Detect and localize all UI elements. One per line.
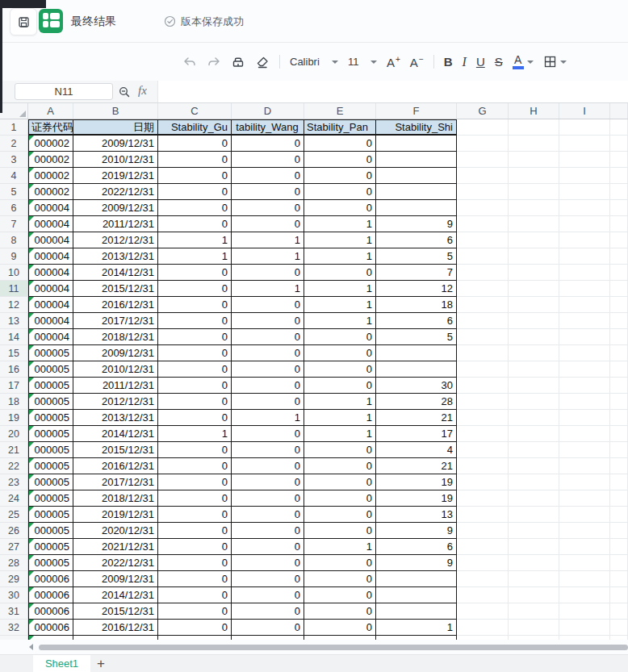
cell[interactable]	[610, 297, 628, 313]
cell[interactable]: 1	[304, 426, 376, 442]
cell[interactable]: 0	[232, 345, 304, 361]
cell[interactable]: 0	[158, 539, 232, 555]
cell[interactable]: 2009/12/31	[73, 345, 158, 361]
cell[interactable]: 000004	[28, 329, 73, 345]
row-header[interactable]: 15	[0, 345, 28, 361]
cell[interactable]: 2016/12/31	[73, 297, 158, 313]
cell[interactable]	[509, 119, 559, 136]
row-header[interactable]: 24	[0, 490, 28, 507]
cell[interactable]	[457, 394, 509, 410]
cell[interactable]	[457, 603, 509, 620]
cell[interactable]	[509, 523, 559, 539]
cell[interactable]	[509, 345, 559, 361]
cell[interactable]: 1	[304, 539, 376, 555]
cell[interactable]	[610, 265, 628, 281]
cell[interactable]: 000005	[28, 361, 73, 378]
cell[interactable]	[509, 442, 559, 458]
cell[interactable]: 2013/12/31	[73, 410, 158, 426]
underline-button[interactable]: U	[476, 55, 485, 69]
cell[interactable]: 0	[158, 200, 232, 216]
cell[interactable]	[509, 539, 559, 555]
cell[interactable]: 1	[304, 248, 376, 265]
tab-sheet1[interactable]: Sheet1	[33, 655, 90, 672]
cell[interactable]	[457, 248, 509, 265]
row-header[interactable]: 19	[0, 410, 28, 426]
cell[interactable]: 9	[376, 216, 457, 232]
cell[interactable]: 2022/12/31	[73, 555, 158, 571]
cell[interactable]: 000005	[28, 394, 73, 410]
cell[interactable]: 1	[304, 410, 376, 426]
cell[interactable]: 1	[304, 313, 376, 329]
row-header[interactable]: 29	[0, 571, 28, 587]
cell[interactable]	[457, 474, 509, 490]
cell[interactable]	[559, 281, 610, 297]
cell[interactable]	[559, 361, 610, 378]
row-header[interactable]: 1	[0, 119, 28, 136]
cell[interactable]: 日期	[73, 119, 158, 136]
decrease-font-button[interactable]: A−	[410, 55, 424, 69]
column-header[interactable]: E	[304, 103, 376, 119]
cell[interactable]: 1	[232, 410, 304, 426]
cell[interactable]: 2016/12/31	[73, 458, 158, 474]
cell[interactable]	[610, 426, 628, 442]
cell[interactable]: 000002	[28, 168, 73, 184]
cell[interactable]: 0	[158, 361, 232, 378]
row-header[interactable]: 17	[0, 378, 28, 394]
cell[interactable]: 0	[304, 184, 376, 200]
cell[interactable]: 28	[376, 394, 457, 410]
cell[interactable]: 2017/12/31	[73, 474, 158, 490]
cell[interactable]: 6	[376, 539, 457, 555]
cell[interactable]	[610, 474, 628, 490]
cell[interactable]	[457, 297, 509, 313]
cell[interactable]: 0	[158, 184, 232, 200]
row-header[interactable]: 30	[0, 587, 28, 603]
cell[interactable]: 0	[158, 442, 232, 458]
cell[interactable]	[509, 168, 559, 184]
cell[interactable]: 5	[376, 329, 457, 345]
column-header[interactable]: A	[28, 103, 73, 119]
column-header[interactable]: F	[376, 103, 457, 119]
cell[interactable]: 0	[232, 378, 304, 394]
cell[interactable]	[509, 410, 559, 426]
cell[interactable]: 0	[232, 184, 304, 200]
redo-button[interactable]	[207, 55, 221, 69]
cell[interactable]	[509, 426, 559, 442]
cell[interactable]	[610, 313, 628, 329]
cell[interactable]: 0	[158, 394, 232, 410]
cell[interactable]	[509, 232, 559, 248]
cell[interactable]: 0	[232, 297, 304, 313]
row-header[interactable]: 5	[0, 184, 28, 200]
cell[interactable]: 2014/12/31	[73, 587, 158, 603]
cell[interactable]: 12	[376, 281, 457, 297]
cell[interactable]: 0	[304, 490, 376, 507]
cell[interactable]	[610, 507, 628, 523]
cell[interactable]: tability_Wang	[232, 119, 304, 136]
cell[interactable]: 0	[232, 458, 304, 474]
cell[interactable]: 1	[232, 232, 304, 248]
cell[interactable]: 1	[304, 281, 376, 297]
add-sheet-button[interactable]: +	[90, 655, 111, 672]
cell[interactable]	[509, 281, 559, 297]
cell[interactable]	[457, 571, 509, 587]
cell[interactable]: 1	[304, 297, 376, 313]
format-painter-button[interactable]	[231, 55, 245, 69]
cell[interactable]	[610, 361, 628, 378]
cell[interactable]	[559, 329, 610, 345]
cell[interactable]: 2021/12/31	[73, 539, 158, 555]
cell[interactable]	[559, 603, 610, 620]
cell[interactable]: 0	[158, 345, 232, 361]
cell[interactable]: 0	[158, 378, 232, 394]
cell[interactable]	[457, 200, 509, 216]
cell[interactable]: 0	[158, 555, 232, 571]
cell[interactable]	[457, 313, 509, 329]
row-header[interactable]: 23	[0, 474, 28, 490]
cell[interactable]	[509, 136, 559, 152]
cell[interactable]	[376, 152, 457, 168]
cell[interactable]	[610, 168, 628, 184]
cell[interactable]	[559, 507, 610, 523]
cell[interactable]: 0	[232, 474, 304, 490]
cell[interactable]: 6	[376, 313, 457, 329]
row-header[interactable]: 21	[0, 442, 28, 458]
cell[interactable]: 1	[304, 216, 376, 232]
cell[interactable]: 0	[304, 474, 376, 490]
